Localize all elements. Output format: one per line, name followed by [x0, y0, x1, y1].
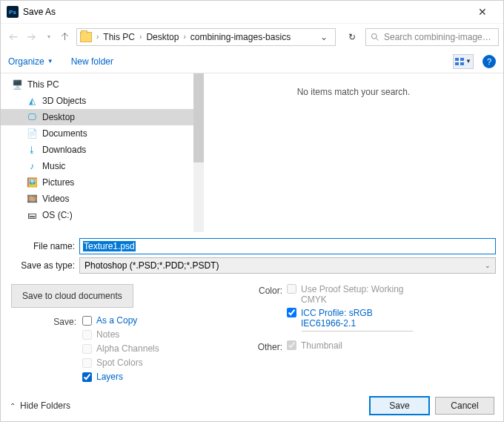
notes-checkbox: Notes — [82, 329, 159, 340]
refresh-button[interactable]: ↻ — [342, 32, 362, 42]
other-label: Other: — [253, 340, 287, 352]
sidebar[interactable]: 🖥️ This PC ◭ 3D Objects 🖵 Desktop 📄 Docu… — [1, 73, 193, 232]
chevron-right-icon: › — [182, 33, 187, 41]
spot-checkbox: Spot Colors — [82, 357, 159, 368]
svg-line-1 — [377, 38, 379, 40]
sidebar-item-pictures[interactable]: 🖼️ Pictures — [1, 174, 193, 191]
recent-dropdown[interactable]: ▾ — [41, 29, 57, 45]
sidebar-item-thispc[interactable]: 🖥️ This PC — [1, 76, 193, 93]
chevron-right-icon: › — [95, 33, 100, 41]
search-placeholder: Search combining-images-b... — [384, 32, 494, 42]
savetype-select[interactable]: Photoshop (*.PSD;*.PDD;*.PSDT) ⌄ — [79, 257, 496, 274]
filename-label: File name: — [8, 241, 79, 251]
savetype-label: Save as type: — [8, 260, 79, 271]
save-options-label: Save: — [8, 315, 82, 327]
help-button[interactable]: ? — [483, 55, 496, 68]
color-label: Color: — [253, 284, 287, 337]
close-button[interactable]: ✕ — [468, 6, 497, 18]
downloads-icon: ⭳ — [26, 145, 38, 155]
save-cloud-button[interactable]: Save to cloud documents — [11, 284, 133, 308]
savetype-value: Photoshop (*.PSD;*.PDD;*.PSDT) — [84, 260, 219, 271]
chevron-right-icon: › — [138, 33, 143, 41]
filename-input[interactable]: Texture1.psd — [79, 238, 496, 254]
alpha-checkbox: Alpha Channels — [82, 343, 159, 354]
videos-icon: 🎞️ — [26, 194, 38, 204]
folder-icon — [80, 32, 92, 42]
network-icon: 🖧 — [11, 231, 23, 232]
sidebar-item-desktop[interactable]: 🖵 Desktop — [1, 109, 193, 125]
organize-menu[interactable]: Organize ▼ — [8, 56, 53, 67]
breadcrumb-item[interactable]: This PC — [100, 32, 138, 42]
documents-icon: 📄 — [26, 128, 38, 139]
pictures-icon: 🖼️ — [26, 177, 38, 188]
breadcrumb-item[interactable]: Desktop — [143, 32, 182, 42]
view-options-button[interactable]: ▼ — [453, 54, 474, 69]
chevron-down-icon: ▼ — [47, 58, 53, 65]
svg-rect-5 — [460, 62, 464, 65]
3d-icon: ◭ — [26, 96, 38, 106]
sidebar-item-videos[interactable]: 🎞️ Videos — [1, 191, 193, 207]
empty-message: No items match your search. — [204, 87, 503, 97]
separator — [302, 331, 413, 332]
sidebar-item-music[interactable]: ♪ Music — [1, 158, 193, 174]
thumbnail-checkbox: Thumbnail — [287, 340, 496, 351]
save-button[interactable]: Save — [370, 397, 429, 415]
filename-value: Texture1.psd — [83, 241, 136, 251]
window-title: Save As — [23, 7, 468, 17]
up-button[interactable]: 🡡 — [59, 32, 72, 42]
chevron-down-icon: ⌄ — [485, 262, 491, 269]
sidebar-item-network[interactable]: 🖧 Network — [1, 228, 193, 232]
chevron-down-icon: ▼ — [465, 58, 471, 65]
as-copy-checkbox[interactable]: As a Copy — [82, 315, 159, 326]
sidebar-item-documents[interactable]: 📄 Documents — [1, 125, 193, 142]
file-list-pane[interactable]: No items match your search. — [204, 73, 503, 232]
breadcrumb-item[interactable]: combining-images-basics — [188, 32, 294, 42]
sidebar-item-osc[interactable]: 🖴 OS (C:) — [1, 207, 193, 223]
pc-icon: 🖥️ — [11, 79, 23, 90]
svg-rect-2 — [455, 58, 459, 61]
icc-checkbox[interactable]: ICC Profile: sRGB IEC61966-2.1 — [287, 308, 496, 329]
address-dropdown[interactable]: ⌄ — [316, 32, 332, 42]
sidebar-scrollbar[interactable] — [193, 73, 204, 232]
search-input[interactable]: Search combining-images-b... — [365, 28, 499, 46]
new-folder-button[interactable]: New folder — [71, 56, 113, 67]
forward-button[interactable]: 🡢 — [23, 29, 39, 45]
scrollbar-thumb[interactable] — [193, 73, 204, 162]
sidebar-item-3dobjects[interactable]: ◭ 3D Objects — [1, 93, 193, 109]
sidebar-item-downloads[interactable]: ⭳ Downloads — [1, 142, 193, 158]
desktop-icon: 🖵 — [26, 112, 38, 122]
proof-checkbox: Use Proof Setup: Working CMYK — [287, 284, 496, 305]
view-icon — [455, 58, 464, 65]
svg-rect-3 — [460, 58, 464, 61]
cancel-button[interactable]: Cancel — [435, 397, 494, 415]
search-icon — [371, 33, 379, 42]
chevron-up-icon: ⌃ — [10, 402, 16, 410]
music-icon: ♪ — [26, 161, 38, 171]
back-button[interactable]: 🡠 — [5, 29, 21, 45]
svg-rect-4 — [455, 62, 459, 65]
svg-point-0 — [372, 33, 377, 39]
address-bar[interactable]: › This PC › Desktop › combining-images-b… — [76, 28, 336, 46]
app-icon: Ps — [7, 6, 19, 18]
layers-checkbox[interactable]: Layers — [82, 372, 159, 382]
hide-folders-toggle[interactable]: ⌃ Hide Folders — [10, 400, 70, 411]
drive-icon: 🖴 — [26, 210, 38, 220]
